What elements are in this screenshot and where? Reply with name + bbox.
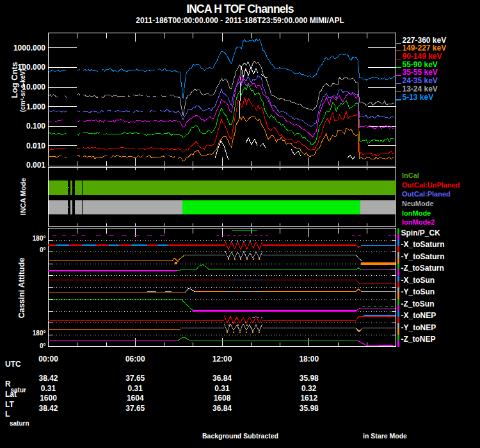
svg-text:38.42: 38.42 bbox=[38, 374, 58, 383]
svg-text:00:00: 00:00 bbox=[38, 355, 58, 364]
svg-text:0.32: 0.32 bbox=[301, 384, 317, 393]
svg-text:36.84: 36.84 bbox=[212, 374, 232, 383]
svg-text:-Y_toNEP: -Y_toNEP bbox=[401, 323, 436, 332]
svg-text:IonMode: IonMode bbox=[402, 209, 431, 217]
svg-text:5-13 keV: 5-13 keV bbox=[403, 93, 434, 102]
svg-text:UTC: UTC bbox=[5, 360, 21, 369]
svg-text:OutCal:UnPlaned: OutCal:UnPlaned bbox=[402, 181, 460, 189]
svg-text:-Y_toSaturn: -Y_toSaturn bbox=[401, 252, 445, 261]
svg-text:0.100: 0.100 bbox=[26, 122, 45, 131]
svg-text:(cm²-sr-s-keV)¯¹: (cm²-sr-s-keV)¯¹ bbox=[19, 63, 26, 112]
svg-text:0.001: 0.001 bbox=[26, 161, 45, 170]
svg-text:InCal: InCal bbox=[402, 172, 419, 179]
svg-text:saturn: saturn bbox=[10, 420, 29, 427]
svg-text:1604: 1604 bbox=[127, 394, 144, 403]
svg-text:-Z_toSun: -Z_toSun bbox=[401, 300, 435, 308]
svg-text:35.98: 35.98 bbox=[300, 374, 319, 383]
svg-text:35.98: 35.98 bbox=[300, 404, 319, 413]
svg-text:Background Subtracted: Background Subtracted bbox=[202, 432, 278, 440]
svg-text:INCA H TOF Channels: INCA H TOF Channels bbox=[186, 3, 294, 15]
svg-text:36.84: 36.84 bbox=[212, 404, 232, 413]
svg-text:2011-186T00:00:00.000 - 2011-1: 2011-186T00:00:00.000 - 2011-186T23:59:0… bbox=[136, 16, 344, 25]
svg-text:0.010: 0.010 bbox=[26, 141, 45, 150]
svg-text:1600: 1600 bbox=[40, 394, 57, 403]
svg-text:1.000: 1.000 bbox=[26, 102, 45, 111]
svg-text:0.31: 0.31 bbox=[41, 384, 56, 393]
svg-text:0°: 0° bbox=[40, 246, 46, 253]
svg-text:12:00: 12:00 bbox=[212, 355, 232, 364]
svg-text:Spin/P_CK: Spin/P_CK bbox=[401, 228, 441, 237]
svg-text:0°: 0° bbox=[40, 342, 46, 349]
svg-text:in Stare Mode: in Stare Mode bbox=[363, 432, 407, 440]
svg-text:L: L bbox=[5, 410, 10, 419]
svg-text:IonMode2: IonMode2 bbox=[402, 218, 435, 226]
svg-text:18:00: 18:00 bbox=[299, 355, 319, 364]
svg-text:180°: 180° bbox=[33, 330, 46, 337]
svg-text:0.31: 0.31 bbox=[128, 384, 143, 393]
svg-text:-Z_toNEP: -Z_toNEP bbox=[401, 335, 436, 344]
svg-text:NeuMode: NeuMode bbox=[402, 200, 434, 207]
svg-text:OutCal:Planed: OutCal:Planed bbox=[402, 190, 451, 198]
svg-text:37.65: 37.65 bbox=[125, 374, 145, 383]
svg-text:Cassini Attitude: Cassini Attitude bbox=[17, 258, 26, 319]
svg-text:-Y_toSun: -Y_toSun bbox=[401, 287, 435, 296]
svg-text:INCA Mode: INCA Mode bbox=[19, 178, 27, 215]
svg-text:Log Cnts: Log Cnts bbox=[10, 62, 19, 98]
svg-text:06:00: 06:00 bbox=[125, 355, 145, 364]
svg-text:1000.000: 1000.000 bbox=[13, 44, 45, 52]
svg-text:-X_toNEP: -X_toNEP bbox=[401, 311, 436, 320]
svg-text:-X_toSun: -X_toSun bbox=[401, 276, 435, 285]
svg-text:180°: 180° bbox=[33, 235, 46, 242]
svg-text:Lat: Lat bbox=[5, 390, 17, 399]
svg-text:-Z_toSaturn: -Z_toSaturn bbox=[401, 264, 444, 273]
svg-text:38.42: 38.42 bbox=[38, 404, 58, 413]
svg-text:LT: LT bbox=[5, 400, 14, 409]
svg-text:37.65: 37.65 bbox=[125, 404, 145, 413]
svg-text:1608: 1608 bbox=[214, 394, 231, 403]
svg-text:1612: 1612 bbox=[300, 394, 317, 403]
svg-text:0.31: 0.31 bbox=[214, 384, 230, 393]
svg-text:-X_toSaturn: -X_toSaturn bbox=[401, 240, 445, 249]
